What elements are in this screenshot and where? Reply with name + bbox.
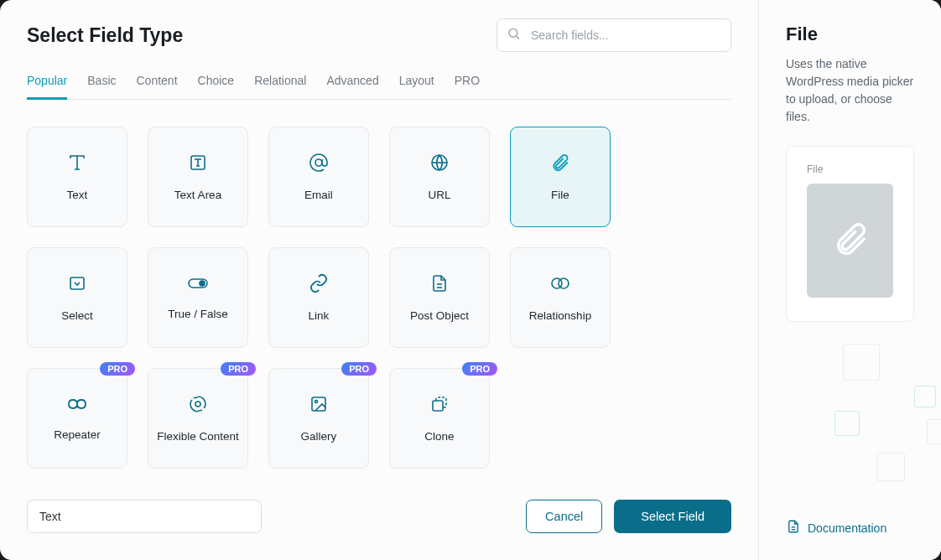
tab-content[interactable]: Content bbox=[137, 74, 178, 99]
field-card-textarea[interactable]: Text Area bbox=[148, 127, 248, 227]
field-card-label: Text Area bbox=[174, 189, 221, 201]
field-card-label: Flexible Content bbox=[157, 430, 239, 443]
svg-point-5 bbox=[315, 159, 322, 166]
clone-icon bbox=[429, 394, 450, 417]
truefalse-icon bbox=[187, 275, 209, 294]
svg-rect-16 bbox=[312, 397, 325, 411]
field-card-email[interactable]: Email bbox=[268, 127, 369, 227]
select-field-type-modal: Select Field Type Popular Basic Content … bbox=[0, 0, 941, 560]
svg-rect-18 bbox=[433, 401, 443, 411]
documentation-link[interactable]: Documentation bbox=[786, 519, 914, 537]
field-card-repeater[interactable]: PRO Repeater bbox=[27, 368, 127, 469]
tab-basic[interactable]: Basic bbox=[87, 74, 116, 99]
field-card-gallery[interactable]: PRO Gallery bbox=[268, 368, 369, 469]
svg-rect-8 bbox=[70, 277, 84, 289]
modal-footer: Cancel Select Field bbox=[0, 480, 758, 560]
field-card-label: Repeater bbox=[54, 428, 101, 441]
field-card-flexible[interactable]: PRO Flexible Content bbox=[148, 368, 248, 469]
field-card-text[interactable]: Text bbox=[27, 127, 127, 227]
select-icon bbox=[67, 273, 87, 296]
field-card-label: True / False bbox=[168, 308, 228, 320]
svg-point-17 bbox=[315, 401, 318, 403]
field-preview-card: File bbox=[786, 146, 914, 322]
field-card-select[interactable]: Select bbox=[27, 247, 127, 348]
documentation-label: Documentation bbox=[808, 521, 886, 535]
tab-choice[interactable]: Choice bbox=[198, 74, 235, 99]
tab-advanced[interactable]: Advanced bbox=[326, 74, 378, 99]
svg-point-15 bbox=[195, 402, 200, 407]
field-card-label: Gallery bbox=[301, 430, 337, 443]
select-field-button[interactable]: Select Field bbox=[614, 500, 731, 533]
link-icon bbox=[309, 273, 329, 296]
field-card-file[interactable]: File bbox=[510, 127, 611, 227]
document-icon bbox=[786, 519, 801, 537]
field-card-label: Clone bbox=[424, 430, 454, 443]
tab-relational[interactable]: Relational bbox=[254, 74, 306, 99]
field-card-link[interactable]: Link bbox=[268, 247, 369, 348]
url-icon bbox=[429, 153, 450, 175]
search-field bbox=[496, 18, 731, 52]
search-icon bbox=[507, 27, 521, 44]
side-title: File bbox=[786, 23, 914, 45]
field-card-label: Relationship bbox=[529, 309, 591, 322]
field-card-label: Text bbox=[67, 189, 88, 201]
field-card-url[interactable]: URL bbox=[389, 127, 490, 227]
field-card-label: URL bbox=[428, 189, 450, 201]
pro-badge: PRO bbox=[341, 362, 377, 376]
field-type-grid: Text Text Area Email URL bbox=[0, 100, 758, 469]
side-panel: File Uses the native WordPress media pic… bbox=[759, 0, 941, 560]
tab-layout[interactable]: Layout bbox=[399, 74, 434, 99]
svg-line-1 bbox=[517, 36, 519, 39]
pro-badge: PRO bbox=[462, 362, 497, 376]
main-panel: Select Field Type Popular Basic Content … bbox=[0, 0, 759, 560]
search-input[interactable] bbox=[496, 18, 731, 52]
field-name-input[interactable] bbox=[27, 500, 262, 533]
tab-pro[interactable]: PRO bbox=[455, 74, 480, 99]
gallery-icon bbox=[309, 394, 329, 417]
textarea-icon bbox=[188, 153, 208, 175]
svg-point-10 bbox=[200, 281, 205, 286]
tab-popular[interactable]: Popular bbox=[27, 74, 67, 99]
field-card-relationship[interactable]: Relationship bbox=[510, 247, 611, 348]
svg-point-14 bbox=[559, 278, 569, 288]
email-icon bbox=[309, 153, 329, 175]
field-card-label: File bbox=[551, 189, 569, 201]
preview-label: File bbox=[807, 163, 893, 175]
cancel-button[interactable]: Cancel bbox=[526, 500, 602, 533]
field-card-truefalse[interactable]: True / False bbox=[148, 247, 248, 348]
modal-title: Select Field Type bbox=[27, 24, 183, 47]
modal-header: Select Field Type Popular Basic Content … bbox=[0, 0, 758, 100]
text-icon bbox=[67, 153, 87, 175]
field-card-label: Email bbox=[304, 189, 333, 201]
attachment-icon bbox=[831, 220, 870, 262]
field-card-postobject[interactable]: Post Object bbox=[389, 247, 490, 348]
field-card-label: Link bbox=[309, 309, 330, 322]
file-icon bbox=[550, 153, 570, 175]
pro-badge: PRO bbox=[100, 362, 135, 376]
postobject-icon bbox=[429, 273, 450, 296]
svg-point-0 bbox=[509, 29, 517, 37]
pro-badge: PRO bbox=[221, 362, 256, 376]
category-tabs: Popular Basic Content Choice Relational … bbox=[27, 74, 731, 100]
field-card-clone[interactable]: PRO Clone bbox=[389, 368, 490, 469]
field-card-label: Select bbox=[61, 309, 93, 322]
side-description: Uses the native WordPress media picker t… bbox=[786, 55, 914, 126]
relationship-icon bbox=[549, 273, 571, 296]
repeater-icon bbox=[66, 396, 88, 415]
flexible-icon bbox=[188, 394, 208, 417]
preview-box bbox=[807, 184, 893, 298]
field-card-label: Post Object bbox=[410, 309, 469, 322]
